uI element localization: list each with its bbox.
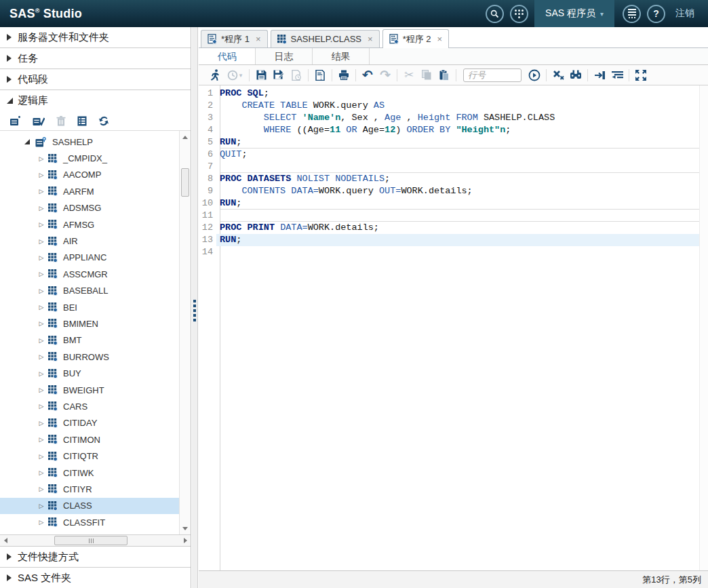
code-line[interactable]: 9 CONTENTS DATA=WORK.query OUT=WORK.deta…	[199, 185, 708, 197]
code-line[interactable]: 8PROC DATASETS NOLIST NODETAILS;	[199, 173, 708, 185]
tree-vertical-scrollbar[interactable]	[179, 131, 191, 534]
close-icon[interactable]: ×	[256, 34, 261, 44]
search-button[interactable]	[486, 5, 504, 23]
document-tab-2[interactable]: SASHELP.CLASS×	[271, 30, 380, 47]
table-icon	[48, 501, 58, 511]
convert-code-icon[interactable]: ;	[311, 68, 329, 83]
enter-interactive-icon[interactable]	[591, 68, 608, 83]
logout-link[interactable]: 注销	[675, 7, 694, 20]
tree-root-sashelp[interactable]: SASHELP	[0, 134, 179, 150]
tree-item-citiqtr[interactable]: ▷CITIQTR	[0, 448, 179, 464]
undo-icon[interactable]: ↶	[359, 68, 376, 83]
tree-item-bmimen[interactable]: ▷BMIMEN	[0, 315, 179, 332]
view-subtabs: 代码 日志 结果	[199, 48, 708, 65]
triangle-right-icon: ▷	[38, 519, 45, 526]
code-editor[interactable]: 1PROC SQL;2 CREATE TABLE WORK.query AS3 …	[199, 85, 708, 570]
sidebar-section-file-shortcuts[interactable]: 文件快捷方式	[0, 546, 191, 567]
tab-code[interactable]: 代码	[199, 48, 256, 64]
tree-item-aacomp[interactable]: ▷AACOMP	[0, 167, 179, 183]
tree-item-bweight[interactable]: ▷BWEIGHT	[0, 382, 179, 398]
dataset-name: BEI	[63, 302, 77, 313]
options-menu-button[interactable]	[623, 5, 641, 23]
save-as-icon[interactable]	[270, 68, 288, 83]
tree-item-_cmpidx_[interactable]: ▷_CMPIDX_	[0, 150, 179, 166]
tree-item-classfit[interactable]: ▷CLASSFIT	[0, 514, 179, 530]
code-line[interactable]: 14	[199, 246, 708, 258]
code-line[interactable]: 1PROC SQL;	[199, 87, 708, 100]
save-icon[interactable]	[252, 68, 270, 83]
print-icon[interactable]	[335, 68, 353, 83]
tree-item-burrows[interactable]: ▷BURROWS	[0, 349, 179, 365]
tree-item-bmt[interactable]: ▷BMT	[0, 332, 179, 349]
triangle-right-icon: ▷	[38, 387, 45, 393]
sidebar-section-snippets[interactable]: 代码段	[0, 69, 191, 90]
table-icon	[277, 35, 287, 44]
properties-icon[interactable]	[77, 116, 87, 126]
code-line[interactable]: 3 SELECT 'Name'n, Sex , Age , Height FRO…	[199, 112, 708, 124]
code-line[interactable]: 6QUIT;	[199, 149, 708, 161]
code-line[interactable]: 4 WHERE ((Age=11 OR Age=12) ORDER BY "He…	[199, 124, 708, 136]
code-line[interactable]: 12PROC PRINT DATA=WORK.details;	[199, 222, 708, 234]
tree-item-adsmsg[interactable]: ▷ADSMSG	[0, 200, 179, 216]
tree-item-baseball[interactable]: ▷BASEBALL	[0, 283, 179, 299]
help-button[interactable]: ?	[647, 5, 665, 23]
tree-item-class[interactable]: ▷CLASS	[0, 498, 179, 514]
goto-line-input[interactable]	[463, 68, 522, 82]
user-role-menu[interactable]: SAS 程序员 ▾	[534, 0, 614, 27]
code-line[interactable]: 13RUN;	[199, 234, 708, 246]
code-line[interactable]: 2 CREATE TABLE WORK.query AS	[199, 100, 708, 112]
tree-item-afmsg[interactable]: ▷AFMSG	[0, 216, 179, 233]
table-icon	[48, 319, 58, 328]
tree-horizontal-scrollbar[interactable]	[0, 534, 191, 546]
document-tab-1[interactable]: *程序 1×	[201, 30, 268, 47]
maximize-view-icon[interactable]	[632, 68, 650, 83]
tree-item-cars[interactable]: ▷CARS	[0, 398, 179, 414]
document-tab-3[interactable]: *程序 2×	[382, 29, 450, 48]
panel-splitter[interactable]	[192, 27, 198, 588]
tree-item-asscmgr[interactable]: ▷ASSCMGR	[0, 266, 179, 282]
tab-log[interactable]: 日志	[256, 48, 313, 64]
tab-results[interactable]: 结果	[313, 48, 370, 64]
sidebar-section-tasks[interactable]: 任务	[0, 48, 191, 69]
find-replace-icon[interactable]	[567, 68, 585, 83]
new-library-icon[interactable]	[9, 116, 21, 126]
scroll-down-icon[interactable]	[180, 524, 191, 533]
program-icon	[389, 34, 399, 44]
run-icon[interactable]	[205, 68, 223, 83]
format-code-icon[interactable]	[608, 68, 626, 83]
dataset-name: AFMSG	[63, 220, 94, 230]
code-line[interactable]: 5RUN;	[199, 136, 708, 149]
scroll-left-icon[interactable]	[0, 535, 11, 546]
tree-item-buy[interactable]: ▷BUY	[0, 365, 179, 381]
tree-item-citimon[interactable]: ▷CITIMON	[0, 431, 179, 448]
code-line[interactable]: 10RUN;	[199, 197, 708, 210]
tree-item-applianc[interactable]: ▷APPLIANC	[0, 250, 179, 266]
sidebar-section-libraries[interactable]: 逻辑库	[0, 90, 191, 111]
sidebar-section-server-files[interactable]: 服务器文件和文件夹	[0, 27, 191, 48]
tree-item-citiwk[interactable]: ▷CITIWK	[0, 465, 179, 481]
tree-item-bei[interactable]: ▷BEI	[0, 299, 179, 315]
clear-code-icon[interactable]	[549, 68, 567, 83]
code-line[interactable]: 7	[199, 161, 708, 173]
editor-scrollbar-track[interactable]	[699, 85, 708, 570]
tree-item-citiyr[interactable]: ▷CITIYR	[0, 481, 179, 497]
close-icon[interactable]: ×	[437, 34, 443, 44]
tree-item-citiday[interactable]: ▷CITIDAY	[0, 415, 179, 431]
applications-button[interactable]	[510, 5, 528, 23]
scroll-up-icon[interactable]	[180, 132, 191, 142]
cursor-position: 第13行，第5列	[642, 574, 701, 586]
scrollbar-thumb[interactable]	[181, 168, 189, 197]
refresh-icon[interactable]	[98, 116, 109, 126]
tab-label: *程序 1	[221, 33, 250, 45]
sidebar-section-sas-folders[interactable]: SAS 文件夹	[0, 567, 191, 588]
assign-library-icon[interactable]	[33, 116, 45, 126]
scrollbar-thumb[interactable]	[54, 536, 127, 545]
tree-item-air[interactable]: ▷AIR	[0, 233, 179, 249]
go-to-line-icon[interactable]	[526, 68, 543, 83]
close-icon[interactable]: ×	[368, 34, 373, 44]
tree-item-aarfm[interactable]: ▷AARFM	[0, 183, 179, 199]
code-line[interactable]: 11	[199, 210, 708, 222]
scroll-right-icon[interactable]	[180, 535, 191, 546]
code-text: WHERE ((Age=11 OR Age=12) ORDER BY "Heig…	[216, 124, 699, 136]
paste-icon[interactable]	[435, 68, 453, 83]
